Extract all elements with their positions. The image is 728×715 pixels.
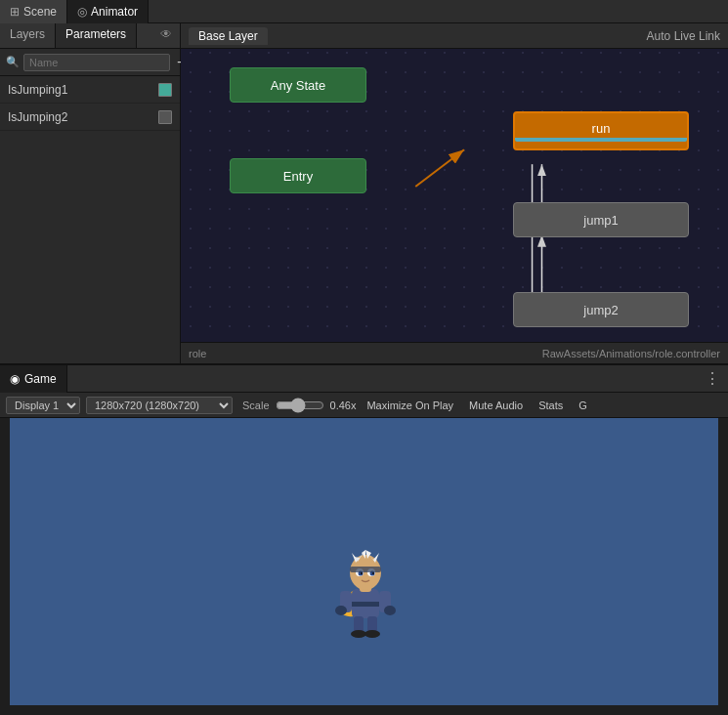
svg-point-15 (351, 630, 366, 638)
search-input[interactable] (23, 54, 170, 71)
param-checkbox-1[interactable] (158, 83, 172, 97)
resolution-select[interactable]: 1280x720 (1280x720) (86, 397, 233, 414)
panel-tabs: Layers Parameters 👁 (0, 23, 180, 49)
node-jump1[interactable]: jump1 (513, 202, 689, 237)
node-run-progress-bar (515, 138, 687, 142)
mute-audio-button[interactable]: Mute Audio (464, 398, 528, 413)
eye-icon[interactable]: 👁 (152, 23, 180, 48)
scale-label: Scale (242, 400, 270, 411)
gizmos-button[interactable]: G (574, 398, 592, 413)
list-item: IsJumping2 (0, 104, 180, 131)
character-svg (322, 545, 410, 643)
game-tab-label: Game (24, 372, 57, 386)
param-name-1: IsJumping1 (8, 83, 158, 97)
game-viewport (10, 418, 718, 705)
display-select[interactable]: Display 1 (6, 397, 80, 414)
tab-game[interactable]: ◉ Game (0, 365, 67, 393)
search-icon: 🔍 (6, 56, 20, 68)
search-bar: 🔍 + ▼ (0, 49, 180, 76)
scale-value: 0.46x (330, 400, 357, 411)
tab-scene-label: Scene (23, 5, 57, 19)
svg-rect-30 (350, 567, 381, 572)
stats-button[interactable]: Stats (534, 398, 568, 413)
auto-live-link-button[interactable]: Auto Live Link (647, 29, 720, 43)
animator-canvas: Base Layer Auto Live Link (181, 23, 728, 363)
game-tabs: ◉ Game ⋮ (0, 365, 728, 393)
node-jump2[interactable]: jump2 (513, 292, 689, 327)
status-right: RawAssets/Animations/role.controller (542, 348, 720, 359)
svg-point-16 (364, 630, 380, 638)
animator-top-bar: Base Layer Auto Live Link (181, 23, 728, 49)
svg-point-32 (384, 606, 396, 615)
character-sprite (322, 545, 401, 623)
animator-icon: ◎ (77, 5, 87, 19)
node-entry[interactable]: Entry (230, 158, 366, 193)
param-checkbox-2[interactable] (158, 110, 172, 124)
node-run[interactable]: run (513, 111, 689, 150)
main-layout: Layers Parameters 👁 🔍 + ▼ IsJumping1 IsJ… (0, 23, 728, 715)
animator-status-bar: role RawAssets/Animations/role.controlle… (181, 342, 728, 363)
tab-animator-label: Animator (91, 5, 138, 19)
list-item: IsJumping1 (0, 76, 180, 104)
base-layer-tab[interactable]: Base Layer (189, 27, 268, 45)
svg-point-29 (372, 572, 374, 574)
game-options-button[interactable]: ⋮ (697, 369, 728, 388)
param-name-2: IsJumping2 (8, 110, 158, 124)
svg-rect-10 (352, 602, 379, 607)
svg-point-28 (361, 572, 363, 574)
tab-animator[interactable]: ◎ Animator (67, 0, 149, 23)
tab-layers[interactable]: Layers (0, 23, 56, 48)
scene-icon: ⊞ (10, 5, 20, 19)
node-any-state[interactable]: Any State (230, 67, 366, 103)
tab-parameters[interactable]: Parameters (56, 23, 137, 48)
top-tabs-bar: ⊞ Scene ◎ Animator (0, 0, 728, 23)
svg-line-2 (415, 149, 464, 187)
game-toolbar: Display 1 1280x720 (1280x720) Scale 0.46… (0, 393, 728, 418)
svg-point-31 (335, 606, 347, 615)
scale-slider[interactable] (276, 398, 324, 413)
left-panel: Layers Parameters 👁 🔍 + ▼ IsJumping1 IsJ… (0, 23, 181, 363)
animator-section: Layers Parameters 👁 🔍 + ▼ IsJumping1 IsJ… (0, 23, 728, 365)
game-tab-icon: ◉ (10, 372, 20, 386)
game-section: ◉ Game ⋮ Display 1 1280x720 (1280x720) S… (0, 365, 728, 715)
maximize-on-play-button[interactable]: Maximize On Play (362, 398, 458, 413)
tab-scene[interactable]: ⊞ Scene (0, 0, 67, 23)
status-left: role (189, 348, 206, 359)
